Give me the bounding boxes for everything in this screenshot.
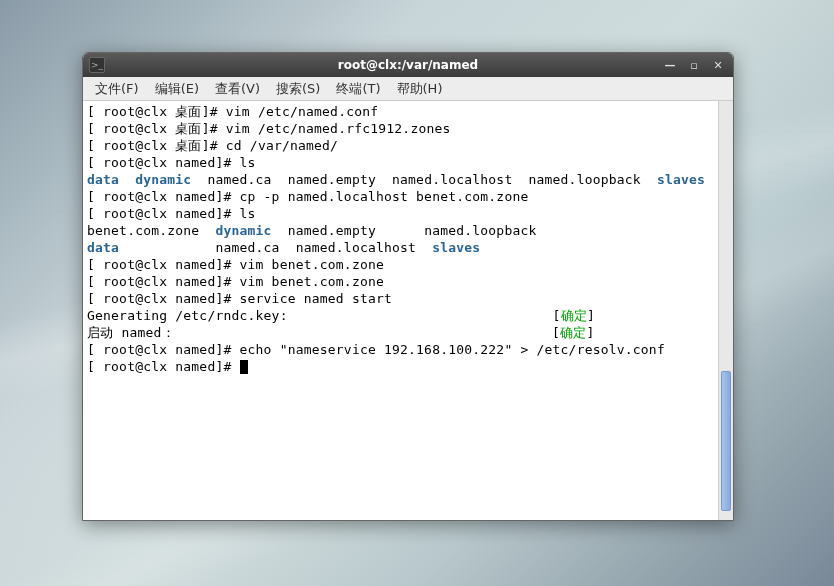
- scrollbar-thumb[interactable]: [721, 371, 731, 511]
- menu-search[interactable]: 搜索(S): [268, 78, 328, 100]
- terminal-window: >_ root@clx:/var/named — ▫ ✕ 文件(F) 编辑(E)…: [82, 52, 734, 521]
- titlebar[interactable]: >_ root@clx:/var/named — ▫ ✕: [83, 53, 733, 77]
- scrollbar[interactable]: [718, 101, 733, 520]
- menu-file[interactable]: 文件(F): [87, 78, 147, 100]
- menu-edit[interactable]: 编辑(E): [147, 78, 207, 100]
- menu-terminal[interactable]: 终端(T): [328, 78, 388, 100]
- window-controls: — ▫ ✕: [661, 57, 727, 73]
- window-title: root@clx:/var/named: [83, 58, 733, 72]
- terminal-output[interactable]: [ root@clx 桌面]# vim /etc/named.conf[ roo…: [83, 101, 718, 520]
- minimize-button[interactable]: —: [661, 57, 679, 73]
- terminal-area: [ root@clx 桌面]# vim /etc/named.conf[ roo…: [83, 101, 733, 520]
- close-button[interactable]: ✕: [709, 57, 727, 73]
- menu-help[interactable]: 帮助(H): [389, 78, 451, 100]
- maximize-button[interactable]: ▫: [685, 57, 703, 73]
- menubar: 文件(F) 编辑(E) 查看(V) 搜索(S) 终端(T) 帮助(H): [83, 77, 733, 101]
- terminal-icon: >_: [89, 57, 105, 73]
- menu-view[interactable]: 查看(V): [207, 78, 268, 100]
